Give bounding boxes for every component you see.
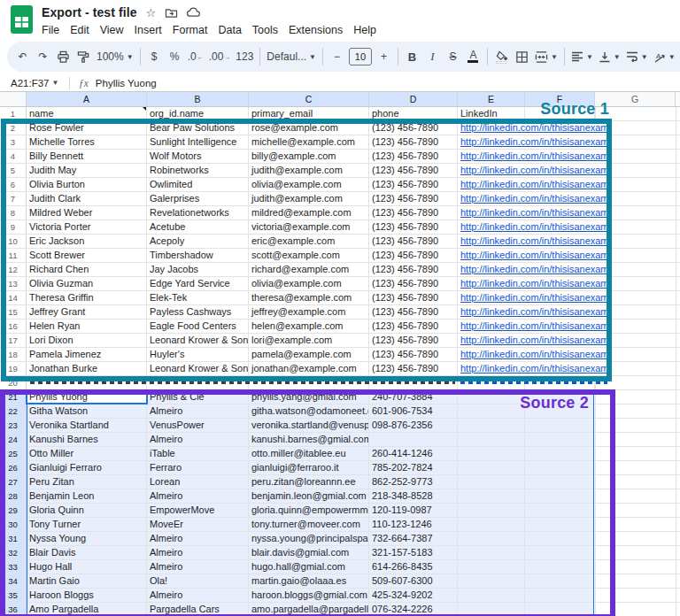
decrease-decimal-button[interactable]: .0← [185, 46, 206, 67]
cell-A25[interactable]: Otto Miller [27, 447, 147, 460]
cell-B12[interactable]: Jay Jacobs [147, 263, 249, 276]
cell-F26[interactable] [525, 461, 593, 474]
cell-B24[interactable]: Almeiro [147, 433, 249, 446]
row-header-14[interactable]: 14 [0, 291, 27, 304]
cell-B28[interactable]: Almeiro [147, 489, 249, 503]
column-header-C[interactable]: C [249, 92, 369, 106]
cell-F28[interactable] [525, 489, 593, 503]
strikethrough-button[interactable]: S [443, 46, 463, 67]
cell-E31[interactable] [458, 532, 525, 545]
cell-B3[interactable]: Sunlight Intelligence [147, 135, 249, 149]
row-header-25[interactable]: 25 [0, 447, 27, 460]
cell-C5[interactable]: judith@example.com [249, 164, 369, 177]
cell-D36[interactable]: 076-324-2226 [369, 603, 458, 616]
cell-C35[interactable]: haroon.bloggs@gmial.com [249, 589, 369, 602]
row-header-18[interactable]: 18 [0, 348, 27, 361]
cell-A18[interactable]: Pamela Jimenez [27, 348, 147, 361]
cell-A3[interactable]: Michelle Torres [27, 135, 147, 149]
row-header-19[interactable]: 19 [0, 362, 27, 375]
cell-B11[interactable]: Timbershadow [147, 249, 249, 262]
cell-E16-linkedin-link[interactable]: http://linkedin.com/in/thisisanexample [458, 320, 611, 333]
cell-B19[interactable]: Leonard Krower & Sons [147, 362, 249, 375]
format-currency-button[interactable]: $ [144, 46, 165, 67]
cell-E17-linkedin-link[interactable]: http://linkedin.com/in/thisisanexample [458, 334, 611, 347]
row-header-12[interactable]: 12 [0, 263, 27, 276]
cell-B21[interactable]: Phyllis & Cie [147, 390, 249, 404]
cell-E7-linkedin-link[interactable]: http://linkedin.com/in/thisisanexample [458, 192, 611, 205]
cell-A2[interactable]: Rose Fowler [27, 121, 147, 135]
row-header-32[interactable]: 32 [0, 546, 27, 559]
cell-B34[interactable]: Ola! [147, 574, 249, 588]
italic-button[interactable]: I [422, 46, 443, 67]
cell-E26[interactable] [458, 461, 525, 474]
cell-A26[interactable]: Gianluigi Ferraro [27, 461, 147, 474]
cell-F31[interactable] [525, 532, 593, 545]
cell-D25[interactable]: 260-414-1246 [369, 447, 458, 460]
cell-C2[interactable]: rose@example.com [249, 121, 369, 135]
cell-B29[interactable]: EmpowerMove [147, 504, 249, 517]
cell-C29[interactable]: gloria.quinn@empowermmove [249, 504, 369, 517]
borders-button[interactable] [512, 46, 532, 67]
increase-font-size-button[interactable]: + [374, 46, 394, 67]
cell-A6[interactable]: Olivia Burton [27, 178, 147, 191]
cell-C12[interactable]: richard@example.com [249, 263, 369, 276]
cell-A30[interactable]: Tony Turner [27, 518, 147, 531]
cell-E5-linkedin-link[interactable]: http://linkedin.com/in/thisisanexample [458, 164, 611, 177]
row-header-11[interactable]: 11 [0, 249, 27, 262]
row-header-4[interactable]: 4 [0, 150, 27, 163]
column-header-B[interactable]: B [147, 92, 249, 106]
menu-format[interactable]: Format [167, 22, 213, 38]
cell-D1[interactable]: phone [369, 107, 458, 120]
vertical-align-button[interactable]: ▼ [596, 46, 623, 67]
font-size-input[interactable]: 10 [349, 48, 372, 65]
cell-B26[interactable]: Ferraro [147, 461, 249, 474]
cell-E15-linkedin-link[interactable]: http://linkedin.com/in/thisisanexample [458, 305, 611, 319]
cell-A31[interactable]: Nyssa Young [27, 532, 147, 545]
cell-E3-linkedin-link[interactable]: http://linkedin.com/in/thisisanexample [458, 135, 611, 149]
row-header-23[interactable]: 23 [0, 419, 27, 432]
horizontal-align-button[interactable]: ▼ [568, 46, 596, 67]
menu-extensions[interactable]: Extensions [283, 22, 348, 38]
cell-E25[interactable] [458, 447, 525, 460]
cell-C31[interactable]: nyssa.young@principalspace.c [249, 532, 369, 545]
doc-title[interactable]: Export - test file [42, 5, 137, 19]
cell-B15[interactable]: Payless Cashways [147, 305, 249, 319]
cell-E12-linkedin-link[interactable]: http://linkedin.com/in/thisisanexample [458, 263, 611, 276]
cell-E14-linkedin-link[interactable]: http://linkedin.com/in/thisisanexample [458, 291, 611, 304]
cell-E13-linkedin-link[interactable]: http://linkedin.com/in/thisisanexample [458, 277, 611, 290]
cell-D23[interactable]: 098-876-2356 [369, 419, 458, 432]
format-percent-button[interactable]: % [165, 46, 185, 67]
row-header-2[interactable]: 2 [0, 121, 27, 135]
cell-D33[interactable]: 614-266-8435 [369, 560, 458, 574]
font-family-select[interactable]: Defaul...▼ [264, 46, 319, 67]
increase-decimal-button[interactable]: .00→ [206, 46, 234, 67]
cell-E24[interactable] [458, 433, 525, 446]
cell-A11[interactable]: Scott Brewer [27, 249, 147, 262]
row-header-6[interactable]: 6 [0, 178, 27, 191]
cell-D16[interactable]: (123) 456-7890 [369, 320, 458, 333]
cell-D32[interactable]: 321-157-5183 [369, 546, 458, 559]
cell-B13[interactable]: Edge Yard Service [147, 277, 249, 290]
cell-D7[interactable]: (123) 456-7890 [369, 192, 458, 205]
cell-D9[interactable]: (123) 456-7890 [369, 220, 458, 234]
column-header-D[interactable]: D [369, 92, 458, 106]
star-icon[interactable]: ☆ [146, 7, 157, 19]
cell-D13[interactable]: (123) 456-7890 [369, 277, 458, 290]
cell-E4-linkedin-link[interactable]: http://linkedin.com/in/thisisanexample [458, 150, 611, 163]
sheets-logo[interactable] [10, 4, 34, 35]
cell-C21[interactable]: phyllis.yang@gmial.com [249, 390, 369, 404]
row-header-9[interactable]: 9 [0, 220, 27, 234]
cell-B32[interactable]: Almeiro [147, 546, 249, 559]
cell-D24[interactable] [369, 433, 458, 446]
text-wrap-button[interactable]: ▼ [623, 46, 651, 67]
cell-C8[interactable]: mildred@example.com [249, 206, 369, 219]
menu-data[interactable]: Data [212, 22, 246, 38]
text-rotation-button[interactable]: A ▼ [651, 46, 678, 67]
cell-C15[interactable]: jeffrey@example.com [249, 305, 369, 319]
row-header-20[interactable]: 20 [0, 376, 27, 389]
cell-F36[interactable] [525, 603, 593, 616]
cell-B4[interactable]: Wolf Motors [147, 150, 249, 163]
cell-E9-linkedin-link[interactable]: http://linkedin.com/in/thisisanexample [458, 220, 611, 234]
row-header-27[interactable]: 27 [0, 475, 27, 489]
cell-C27[interactable]: peru.zitan@loreannn.ee [249, 475, 369, 489]
